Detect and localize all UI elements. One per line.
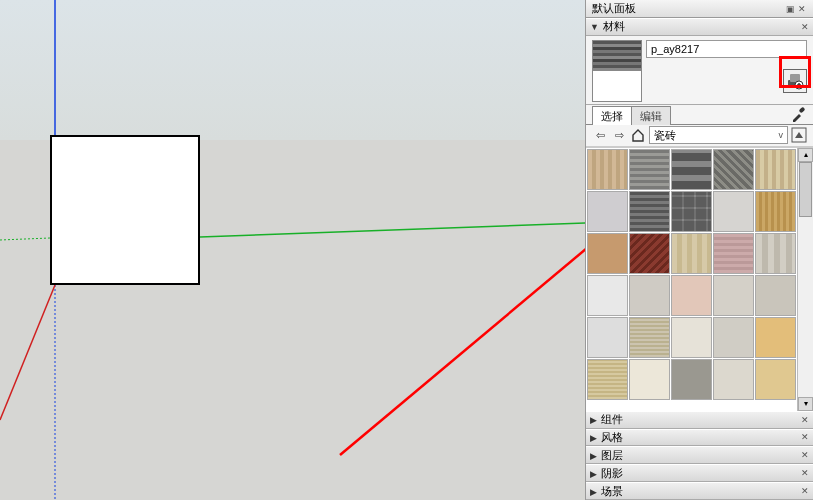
- viewport-3d[interactable]: [0, 0, 585, 500]
- section-header-materials[interactable]: ▼材料 ✕: [586, 18, 813, 36]
- home-icon: [631, 128, 645, 142]
- grid-scrollbar[interactable]: ▴ ▾: [797, 148, 813, 411]
- expand-icon: ▶: [590, 433, 597, 443]
- section-close-icon[interactable]: ✕: [801, 486, 809, 496]
- eyedropper-icon[interactable]: [791, 106, 807, 122]
- material-thumbnail[interactable]: [587, 359, 628, 400]
- create-material-icon: [786, 72, 804, 90]
- material-thumbnail[interactable]: [755, 233, 796, 274]
- svg-rect-7: [798, 106, 805, 113]
- material-thumbnail[interactable]: [629, 317, 670, 358]
- expand-icon: ▶: [590, 451, 597, 461]
- section-header-scenes[interactable]: ▶场景 ✕: [586, 482, 813, 500]
- section-label-scenes: 场景: [601, 485, 623, 497]
- default-tray-panel: 默认面板 ▣ ✕ ▼材料 ✕ p_ay8217: [585, 0, 813, 500]
- section-close-icon[interactable]: ✕: [801, 22, 809, 32]
- material-thumbnail[interactable]: [671, 191, 712, 232]
- tray-pin-icon[interactable]: ▣: [785, 4, 795, 14]
- section-close-icon[interactable]: ✕: [801, 468, 809, 478]
- material-thumbnail[interactable]: [587, 275, 628, 316]
- swatch-back-face: [593, 71, 641, 101]
- material-thumbnail[interactable]: [671, 359, 712, 400]
- scroll-down-button[interactable]: ▾: [798, 397, 813, 411]
- details-menu-button[interactable]: [791, 127, 807, 143]
- tray-close-icon[interactable]: ✕: [797, 4, 807, 14]
- material-thumbnail[interactable]: [587, 191, 628, 232]
- section-close-icon[interactable]: ✕: [801, 415, 809, 425]
- material-thumbnail[interactable]: [755, 317, 796, 358]
- material-thumbnail[interactable]: [629, 191, 670, 232]
- nav-home-button[interactable]: [630, 127, 646, 143]
- section-label-components: 组件: [601, 413, 623, 425]
- material-thumbnail[interactable]: [671, 233, 712, 274]
- material-thumbnail[interactable]: [713, 317, 754, 358]
- tab-select[interactable]: 选择: [592, 106, 632, 125]
- swatch-front-face: [593, 41, 641, 72]
- material-thumbnail[interactable]: [713, 359, 754, 400]
- material-thumbnail[interactable]: [671, 275, 712, 316]
- section-header-styles[interactable]: ▶风格 ✕: [586, 429, 813, 447]
- section-header-layers[interactable]: ▶图层 ✕: [586, 446, 813, 464]
- expand-icon: ▶: [590, 415, 597, 425]
- library-dropdown-label: 瓷砖: [654, 128, 676, 143]
- chevron-down-icon: v: [779, 130, 784, 140]
- nav-forward-button[interactable]: ⇨: [611, 127, 627, 143]
- create-material-button[interactable]: [783, 69, 807, 93]
- material-thumbnail[interactable]: [713, 149, 754, 190]
- scroll-up-button[interactable]: ▴: [798, 148, 813, 162]
- section-label-shadows: 阴影: [601, 467, 623, 479]
- material-thumbnail[interactable]: [629, 275, 670, 316]
- expand-icon: ▶: [590, 469, 597, 479]
- material-thumbnails-area: ▴ ▾: [586, 147, 813, 411]
- library-dropdown[interactable]: 瓷砖 v: [649, 126, 788, 144]
- library-nav-row: ⇦ ⇨ 瓷砖 v: [586, 125, 813, 147]
- model-face[interactable]: [50, 135, 200, 285]
- material-thumbnail[interactable]: [713, 275, 754, 316]
- material-thumbnail[interactable]: [671, 149, 712, 190]
- section-close-icon[interactable]: ✕: [801, 450, 809, 460]
- material-thumbnail[interactable]: [671, 317, 712, 358]
- scroll-track[interactable]: [798, 162, 813, 397]
- materials-body: p_ay8217: [586, 36, 813, 105]
- scroll-handle[interactable]: [799, 162, 812, 217]
- material-thumbnail[interactable]: [713, 191, 754, 232]
- material-thumbnail[interactable]: [587, 233, 628, 274]
- nav-back-button[interactable]: ⇦: [592, 127, 608, 143]
- sky-background: [0, 0, 585, 140]
- section-label-materials: 材料: [603, 20, 625, 32]
- material-thumbnail[interactable]: [713, 233, 754, 274]
- material-thumbnail[interactable]: [755, 275, 796, 316]
- section-close-icon[interactable]: ✕: [801, 432, 809, 442]
- material-thumbnail[interactable]: [755, 359, 796, 400]
- current-material-swatch[interactable]: [592, 40, 642, 102]
- material-thumbnail[interactable]: [587, 149, 628, 190]
- tab-edit[interactable]: 编辑: [631, 106, 671, 125]
- materials-tabs: 选择 编辑: [586, 105, 813, 125]
- tray-title-bar[interactable]: 默认面板 ▣ ✕: [586, 0, 813, 18]
- material-grid: [586, 148, 797, 411]
- section-header-components[interactable]: ▶组件 ✕: [586, 411, 813, 429]
- collapse-icon: ▼: [590, 22, 599, 32]
- material-thumbnail[interactable]: [587, 317, 628, 358]
- section-label-layers: 图层: [601, 449, 623, 461]
- material-thumbnail[interactable]: [755, 191, 796, 232]
- tray-title-label: 默认面板: [592, 1, 636, 16]
- material-thumbnail[interactable]: [755, 149, 796, 190]
- section-header-shadows[interactable]: ▶阴影 ✕: [586, 464, 813, 482]
- material-thumbnail[interactable]: [629, 359, 670, 400]
- expand-icon: ▶: [590, 487, 597, 497]
- material-thumbnail[interactable]: [629, 149, 670, 190]
- material-name-input[interactable]: p_ay8217: [646, 40, 807, 58]
- material-thumbnail[interactable]: [629, 233, 670, 274]
- section-label-styles: 风格: [601, 431, 623, 443]
